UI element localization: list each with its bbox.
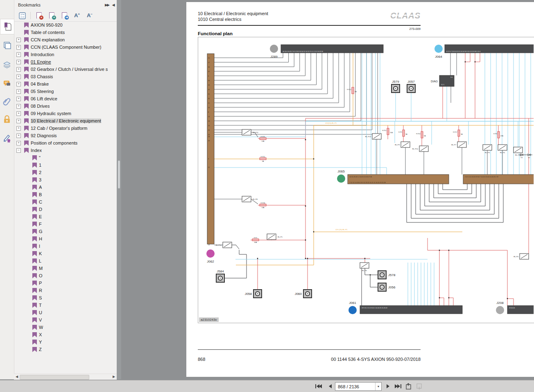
decrease-text-size-button[interactable]: A− <box>85 11 94 20</box>
expand-plus-icon[interactable]: + <box>16 67 21 72</box>
tab-pages[interactable] <box>0 38 14 53</box>
bookmark-label[interactable]: 09 Hydraulic system <box>31 111 71 116</box>
expand-plus-icon[interactable]: + <box>16 104 21 109</box>
bookmark-label[interactable]: CCN (CLAAS Component Number) <box>31 45 101 50</box>
expand-plus-icon[interactable]: + <box>16 111 21 116</box>
expand-plus-icon[interactable]: + <box>16 52 21 57</box>
add-bookmark-button[interactable]: + <box>47 11 56 20</box>
bookmark-label[interactable]: X <box>39 332 42 337</box>
bookmark-item[interactable]: 3 <box>14 176 117 184</box>
bookmark-label[interactable]: Table of contents <box>31 30 65 35</box>
bookmark-label[interactable]: H <box>39 236 42 241</box>
page-field-dropdown-icon[interactable]: ▼ <box>375 383 381 390</box>
bookmark-label[interactable]: 02 Gearbox / Clutch / Universal drive s <box>31 67 108 72</box>
expand-panel-icon[interactable]: ▶▶ <box>104 3 110 7</box>
bookmark-item[interactable]: +06 Lift device <box>14 95 117 102</box>
bookmark-item[interactable]: 1 <box>14 161 117 169</box>
bookmark-item[interactable]: X <box>14 331 117 338</box>
tab-bookmarks[interactable] <box>0 19 14 34</box>
next-page-button[interactable] <box>383 382 393 391</box>
first-page-button[interactable] <box>314 382 324 391</box>
bookmark-item[interactable]: +92 Diagnosis <box>14 132 117 139</box>
bookmark-item[interactable]: +02 Gearbox / Clutch / Universal drive s <box>14 66 117 73</box>
hscroll-thumb[interactable] <box>20 375 89 380</box>
bookmark-item[interactable]: T <box>14 301 117 309</box>
scroll-right-icon[interactable]: ▶ <box>111 374 116 379</box>
expand-plus-icon[interactable]: + <box>16 45 21 50</box>
bookmark-item[interactable]: M <box>14 265 117 272</box>
bookmark-label[interactable]: 08 Drives <box>31 104 50 109</box>
bookmark-label[interactable]: AXION 950-920 <box>31 23 63 27</box>
splitter-handle[interactable] <box>118 161 120 188</box>
bookmark-label[interactable]: A <box>39 185 42 190</box>
bookmark-item[interactable]: +10 Electrical / Electronic equipment <box>14 117 117 125</box>
bookmark-label[interactable]: F <box>39 222 42 227</box>
tab-attachments[interactable] <box>0 94 14 109</box>
bookmark-label[interactable]: 10 Electrical / Electronic equipment <box>31 118 101 123</box>
bookmark-item[interactable]: +05 Steering <box>14 88 117 95</box>
bookmark-label[interactable]: 2 <box>39 170 41 175</box>
bookmark-label[interactable]: S <box>39 295 42 300</box>
bookmark-label[interactable]: V <box>39 317 42 322</box>
bookmark-item[interactable]: +CCN (CLAAS Component Number) <box>14 43 117 51</box>
bookmark-item[interactable]: +03 Chassis <box>14 73 117 80</box>
bookmark-item[interactable]: +12 Cab / Operator's platform <box>14 125 117 132</box>
panel-splitter[interactable] <box>117 0 121 379</box>
bookmark-label[interactable]: M <box>39 266 43 271</box>
bookmark-item[interactable]: E <box>14 213 117 220</box>
last-page-button[interactable] <box>393 382 403 391</box>
previous-page-button[interactable] <box>325 382 335 391</box>
previous-view-button[interactable] <box>404 382 414 391</box>
collapse-minus-icon[interactable]: − <box>16 148 21 153</box>
expand-plus-icon[interactable]: + <box>16 134 21 138</box>
bookmark-label[interactable]: E <box>39 214 42 219</box>
increase-text-size-button[interactable]: A+ <box>72 11 81 20</box>
bookmark-item[interactable]: +09 Hydraulic system <box>14 110 117 117</box>
bookmark-item[interactable]: P <box>14 279 117 287</box>
bookmark-item[interactable]: O <box>14 272 117 279</box>
bookmark-item[interactable]: I <box>14 242 117 250</box>
bookmark-options-button[interactable] <box>18 11 27 20</box>
expand-plus-icon[interactable]: + <box>16 82 21 86</box>
bookmark-item[interactable]: Z <box>14 346 117 353</box>
page-field-value[interactable]: 868 / 2136 <box>335 384 375 389</box>
bookmark-item[interactable]: C <box>14 198 117 206</box>
bookmark-label[interactable]: 1 <box>39 163 41 168</box>
tab-layers[interactable] <box>0 57 14 72</box>
bookmark-item[interactable]: W <box>14 324 117 331</box>
bookmark-item[interactable]: 2 <box>14 169 117 176</box>
bookmark-item[interactable]: +04 Brake <box>14 80 117 88</box>
bookmark-label[interactable]: Index <box>31 148 42 153</box>
bookmark-item[interactable]: Y <box>14 338 117 346</box>
expand-plus-icon[interactable]: + <box>16 89 21 94</box>
bookmark-item[interactable]: D <box>14 206 117 213</box>
expand-plus-icon[interactable]: + <box>16 126 21 131</box>
next-view-button[interactable] <box>414 382 424 391</box>
bookmark-label[interactable]: B <box>39 192 42 197</box>
bookmark-item[interactable]: R <box>14 287 117 294</box>
bookmark-label[interactable]: K <box>39 251 42 256</box>
tab-security[interactable] <box>0 112 14 127</box>
collapse-panel-icon[interactable]: ◀ <box>110 3 117 7</box>
bookmark-item[interactable]: +Position of components <box>14 139 117 147</box>
bookmark-item[interactable]: V <box>14 316 117 324</box>
expand-plus-icon[interactable]: + <box>16 97 21 101</box>
expand-plus-icon[interactable]: + <box>16 75 21 79</box>
bookmark-item[interactable]: L <box>14 257 117 265</box>
expand-plus-icon[interactable]: + <box>16 141 21 145</box>
expand-plus-icon[interactable]: + <box>16 60 21 64</box>
bookmark-label[interactable]: Introduction <box>31 52 54 57</box>
bookmark-item[interactable]: S <box>14 294 117 301</box>
goto-bookmark-button[interactable]: ➜ <box>60 11 69 20</box>
bookmark-item[interactable]: −Index <box>14 147 117 154</box>
bookmark-label[interactable]: Z <box>39 347 42 352</box>
bookmark-item[interactable]: AXION 950-920 <box>14 21 117 29</box>
bookmark-item[interactable]: +08 Drives <box>14 102 117 110</box>
bookmark-label[interactable]: P <box>39 281 42 286</box>
bookmark-label[interactable]: 03 Chassis <box>31 74 53 79</box>
bookmark-label[interactable]: Y <box>39 340 42 344</box>
bookmark-item[interactable]: +Introduction <box>14 51 117 58</box>
bookmark-label[interactable]: 92 Diagnosis <box>31 133 57 138</box>
bookmark-label[interactable]: L <box>39 258 41 263</box>
bookmark-label[interactable]: C <box>39 199 42 204</box>
